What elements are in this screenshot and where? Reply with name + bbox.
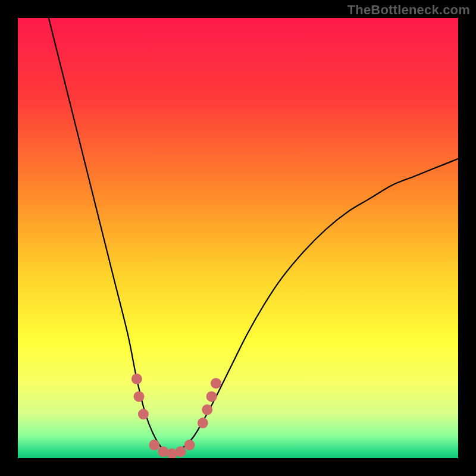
highlight-dot	[206, 391, 217, 402]
highlight-dot	[202, 405, 212, 415]
highlight-dot	[149, 440, 159, 450]
highlight-dot	[211, 378, 221, 389]
highlight-dot	[138, 409, 149, 419]
highlight-dot	[131, 374, 142, 384]
chart-frame: TheBottleneck.com	[0, 0, 476, 476]
highlight-dot	[134, 391, 145, 402]
highlight-dot	[198, 418, 208, 428]
highlight-dot	[184, 440, 195, 450]
bottleneck-chart	[18, 18, 458, 458]
watermark-text: TheBottleneck.com	[347, 2, 470, 18]
plot-background	[18, 18, 458, 458]
highlight-dot	[176, 446, 186, 457]
